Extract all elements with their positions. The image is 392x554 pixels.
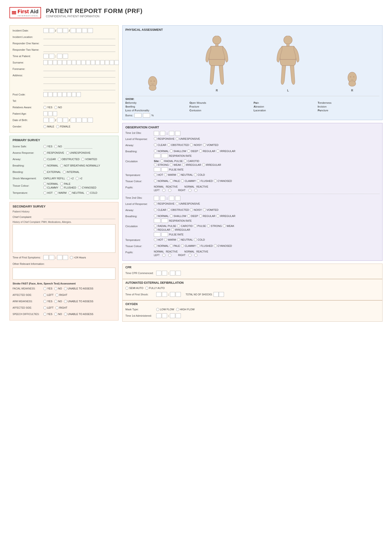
pupils-left-radio-1b[interactable] xyxy=(168,189,171,192)
dob-y4[interactable] xyxy=(88,118,93,122)
fw-unable-radio[interactable] xyxy=(64,287,67,290)
fw-yes[interactable]: YES xyxy=(43,287,52,290)
pc-3[interactable] xyxy=(53,92,57,97)
sd-no[interactable]: NO xyxy=(54,313,62,316)
obs-airway2-vomited-radio[interactable] xyxy=(203,208,206,211)
obs-c-radial[interactable]: RADIAL PULSE xyxy=(161,159,183,162)
ps-breathing-normal[interactable]: NORMAL xyxy=(43,164,58,167)
obs-t1-h2[interactable] xyxy=(160,131,165,136)
date-d2[interactable] xyxy=(49,28,54,33)
ps-tc-cyanosed[interactable]: CYANOSED xyxy=(78,186,96,189)
aed-total-shocks-1[interactable] xyxy=(214,292,219,297)
obs-c2-irregular[interactable]: IRREGULAR xyxy=(171,228,190,231)
dob-y3[interactable] xyxy=(82,118,87,122)
obs-t2-m1[interactable] xyxy=(169,196,174,201)
obs-airway-obstructed[interactable]: OBSTRUCTED xyxy=(167,143,189,146)
ps-shock-lt2-radio[interactable] xyxy=(67,177,70,180)
obs-tc-clammy-radio[interactable] xyxy=(181,179,184,182)
as1-left[interactable]: LEFT xyxy=(43,293,54,297)
ps-tc-flushed[interactable]: FLUSHED xyxy=(60,186,76,189)
obs-b-regular-radio[interactable] xyxy=(199,149,202,152)
obs-tc2-clammy[interactable]: CLAMMY xyxy=(181,244,196,247)
as1-right[interactable]: RIGHT xyxy=(56,293,67,297)
dob-y1[interactable] xyxy=(71,118,76,122)
scene-no-radio[interactable] xyxy=(54,145,57,148)
aed-fully-auto[interactable]: FULLY AUTO xyxy=(145,287,165,290)
ps-bleeding-external-radio[interactable] xyxy=(43,171,46,174)
ps-tc-clammy-radio[interactable] xyxy=(43,186,46,189)
resp-rate-box-1a[interactable] xyxy=(154,154,161,158)
time-m1[interactable] xyxy=(57,54,62,58)
tfs-m2[interactable] xyxy=(63,255,68,260)
ps-airway-vomited-radio[interactable] xyxy=(81,158,84,161)
oxy-low-flow[interactable]: LOW FLOW xyxy=(156,308,174,311)
obs-c-irregular2[interactable]: IRREGULAR xyxy=(202,163,221,166)
ps-breathing-normal-radio[interactable] xyxy=(43,164,46,167)
obs-c2-strong[interactable]: STRONG xyxy=(207,224,222,227)
pulse-rate-box-2a[interactable] xyxy=(154,232,161,237)
aw-unable-radio[interactable] xyxy=(64,300,67,303)
obs-b2-normal-radio[interactable] xyxy=(154,214,157,217)
obs-airway-noisy-radio[interactable] xyxy=(190,143,193,146)
s-box-13[interactable] xyxy=(100,60,105,65)
obs-b2-shallow-radio[interactable] xyxy=(170,214,173,217)
ps-temp-warm-radio[interactable] xyxy=(55,191,58,194)
obs-t1-h1[interactable] xyxy=(154,131,159,136)
sd-unable[interactable]: UNABLE TO ASSESS xyxy=(64,313,93,316)
pc-2[interactable] xyxy=(48,92,52,97)
address-input-1[interactable] xyxy=(43,73,115,77)
obs-tc-normal[interactable]: NORMAL xyxy=(154,179,169,182)
ps-temp-warm[interactable]: WARM xyxy=(55,191,66,194)
sd-no-radio[interactable] xyxy=(54,313,57,316)
tfs-gt24[interactable]: >24 Hours xyxy=(70,256,86,259)
obs-b2-irregular-radio[interactable] xyxy=(216,214,219,217)
obs-c-irregular-radio[interactable] xyxy=(182,163,185,166)
s-box-8[interactable] xyxy=(77,60,81,65)
ps-tc-flushed-radio[interactable] xyxy=(60,186,63,189)
ps-shock-lt2[interactable]: <2 xyxy=(67,177,74,180)
obs-t2-hot[interactable]: HOT xyxy=(154,238,163,241)
tfs-m1[interactable] xyxy=(57,255,62,260)
obs-tc-flushed-radio[interactable] xyxy=(197,179,200,182)
scene-yes-radio[interactable] xyxy=(43,145,46,148)
obs-b-deep[interactable]: DEEP xyxy=(187,149,198,152)
obs-t-cold-radio[interactable] xyxy=(194,173,197,176)
age-3[interactable] xyxy=(53,111,57,116)
chief-complaint-input[interactable] xyxy=(43,215,115,219)
sd-yes-radio[interactable] xyxy=(43,313,46,316)
relatives-yes-radio[interactable] xyxy=(43,106,46,109)
pupils-right-radio-1b[interactable] xyxy=(194,189,197,192)
obs-lor-unresponsive[interactable]: UNRESPONSIVE xyxy=(176,137,200,140)
scene-safe-input[interactable] xyxy=(64,144,92,148)
obs-c2-regular[interactable]: REGULAR xyxy=(154,228,170,231)
burns-box-1[interactable] xyxy=(134,113,141,118)
ps-tc-pale-radio[interactable] xyxy=(60,182,63,185)
s-box-6[interactable] xyxy=(67,60,71,65)
aw-no-radio[interactable] xyxy=(54,300,57,303)
date-m2[interactable] xyxy=(63,28,68,33)
obs-t2-cold-radio[interactable] xyxy=(194,238,197,241)
obs-t1-m1[interactable] xyxy=(169,131,174,136)
obs-tc-flushed[interactable]: FLUSHED xyxy=(197,179,213,182)
date-d1[interactable] xyxy=(43,28,49,33)
s-box-3[interactable] xyxy=(53,60,57,65)
ps-shock-gt2-radio[interactable] xyxy=(76,177,79,180)
pc-8[interactable] xyxy=(77,92,81,97)
age-1[interactable] xyxy=(43,111,48,116)
obs-airway2-vomited[interactable]: VOMITED xyxy=(203,208,218,211)
obs-tc-clammy[interactable]: CLAMMY xyxy=(181,179,196,182)
obs-c-strong-radio[interactable] xyxy=(154,163,157,166)
s-box-14[interactable] xyxy=(105,60,109,65)
s-box-5[interactable] xyxy=(62,60,67,65)
obs-c2-radial-radio[interactable] xyxy=(154,224,157,227)
obs-t-hot[interactable]: HOT xyxy=(154,173,163,176)
s-box-9[interactable] xyxy=(81,60,85,65)
obs-t2-cold[interactable]: COLD xyxy=(194,238,205,241)
dob-y2[interactable] xyxy=(76,118,82,122)
ps-tc-cyanosed-radio[interactable] xyxy=(78,186,81,189)
obs-b2-regular-radio[interactable] xyxy=(199,214,202,217)
obs-c2-carotid[interactable]: CAROTID xyxy=(177,224,193,227)
date-y4[interactable] xyxy=(88,28,93,33)
obs-b-irregular[interactable]: IRREGULAR xyxy=(216,149,235,152)
obs-t-hot-radio[interactable] xyxy=(154,173,157,176)
